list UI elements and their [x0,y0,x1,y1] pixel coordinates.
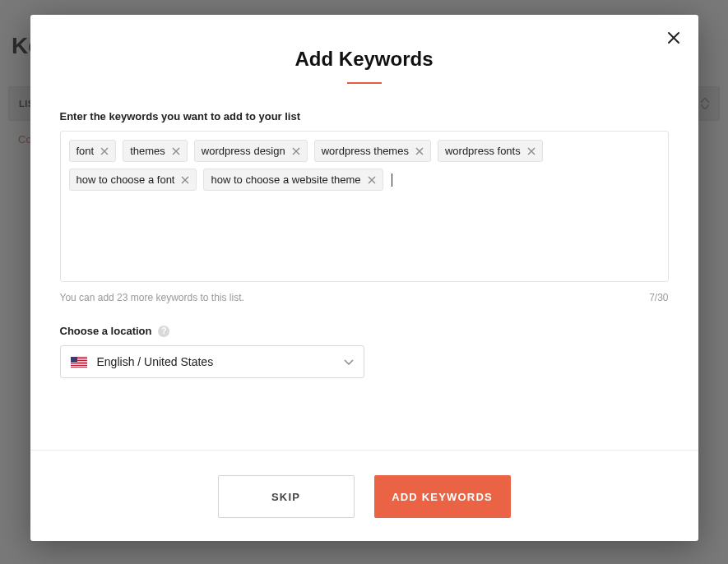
us-flag-icon [71,357,87,368]
keyword-tag: wordpress themes [314,140,431,162]
keywords-helper-text: You can add 23 more keywords to this lis… [60,292,244,303]
close-button[interactable] [662,26,685,53]
remove-tag-button[interactable] [292,147,300,155]
close-icon [527,147,536,155]
keyword-tag-label: font [77,145,95,157]
close-icon [292,147,300,155]
close-icon [181,176,189,184]
keyword-tag-label: how to choose a font [77,173,175,186]
keywords-label: Enter the keywords you want to add to yo… [60,110,669,123]
keyword-tag: how to choose a website theme [203,169,383,191]
remove-tag-button[interactable] [368,176,376,184]
close-icon [667,31,680,44]
keywords-helper-row: You can add 23 more keywords to this lis… [60,292,669,303]
keyword-tag: wordpress design [194,140,308,162]
remove-tag-button[interactable] [181,176,189,184]
keyword-tag-label: wordpress fonts [445,145,521,157]
location-selected-value: English / United States [97,355,214,368]
keywords-counter: 7/30 [649,292,668,303]
keyword-tag: themes [123,140,188,162]
remove-tag-button[interactable] [415,147,424,155]
location-label: Choose a location [60,325,152,337]
modal-header: Add Keywords [30,15,698,95]
modal-body: Enter the keywords you want to add to yo… [30,95,698,450]
close-icon [172,147,180,155]
help-icon[interactable]: ? [158,326,169,337]
keyword-tag-label: themes [130,145,165,157]
close-icon [100,147,109,155]
remove-tag-button[interactable] [172,147,180,155]
add-keywords-button[interactable]: ADD KEYWORDS [374,475,511,518]
title-underline [347,82,382,84]
text-cursor [392,173,392,187]
modal-footer: SKIP ADD KEYWORDS [30,450,698,541]
add-keywords-modal: Add Keywords Enter the keywords you want… [30,15,698,541]
modal-overlay: Add Keywords Enter the keywords you want… [0,0,728,564]
keyword-tag: how to choose a font [69,169,197,191]
modal-title: Add Keywords [30,48,698,71]
close-icon [415,147,424,155]
keywords-input[interactable]: font themes wordpress design wordpress t… [60,131,669,282]
chevron-down-icon [344,355,354,368]
close-icon [368,176,376,184]
keyword-tag-label: wordpress themes [322,145,409,157]
keyword-tag: font [69,140,117,162]
location-select[interactable]: English / United States [60,345,364,378]
location-block: Choose a location ? English / United Sta… [60,325,669,378]
keyword-tag-label: wordpress design [202,145,285,157]
remove-tag-button[interactable] [527,147,536,155]
skip-button[interactable]: SKIP [218,475,355,518]
keyword-tag: wordpress fonts [438,140,543,162]
remove-tag-button[interactable] [100,147,109,155]
keyword-tag-label: how to choose a website theme [211,173,360,186]
